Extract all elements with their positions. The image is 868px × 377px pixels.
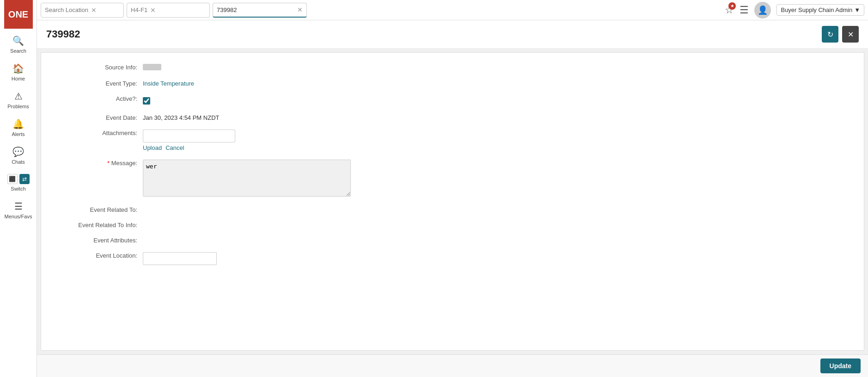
active-value: [143, 93, 429, 106]
menu-icon: ☰: [14, 201, 23, 212]
avatar: 👤: [754, 2, 771, 19]
message-value: wer: [143, 158, 429, 198]
event-type-label: Event Type:: [60, 78, 143, 87]
event-date-row: Event Date: Jan 30, 2023 4:54 PM NZDT: [60, 112, 429, 121]
content-body: Source Info: Event Type: Inside Temperat…: [41, 52, 864, 351]
active-checkbox[interactable]: [143, 97, 150, 105]
sidebar-item-menus[interactable]: ☰ Menus/Favs: [0, 196, 37, 224]
event-date-label: Event Date:: [60, 112, 143, 121]
source-info-label: Source Info:: [60, 62, 143, 71]
search-icon: 🔍: [12, 35, 24, 46]
upload-link[interactable]: Upload: [143, 144, 162, 151]
sidebar-item-search[interactable]: 🔍 Search: [0, 31, 37, 58]
sidebar-item-switch-label: Switch: [11, 186, 25, 192]
user-role-button[interactable]: Buyer Supply Chain Admin ▼: [776, 4, 864, 16]
message-row: Message: wer: [60, 158, 429, 198]
chat-icon: 💬: [12, 146, 24, 157]
sidebar-item-problems-label: Problems: [7, 104, 29, 109]
event-related-to-info-value: [143, 220, 429, 222]
dropdown-arrow-icon: ▼: [854, 6, 860, 13]
record-tab[interactable]: ✕: [213, 3, 307, 18]
cancel-link[interactable]: Cancel: [165, 144, 184, 151]
form-section: Source Info: Event Type: Inside Temperat…: [60, 62, 429, 265]
h4f1-tab[interactable]: H4-F1 ✕: [127, 3, 210, 18]
event-location-value: [143, 250, 429, 265]
sidebar: ONE 🔍 Search 🏠 Home ⚠ Problems 🔔 Alerts …: [0, 0, 37, 377]
bottom-bar: Update: [37, 354, 868, 377]
event-related-to-info-label: Event Related To Info:: [60, 220, 143, 229]
search-location-clear[interactable]: ✕: [91, 7, 97, 13]
message-textarea[interactable]: wer: [143, 160, 351, 197]
bell-icon: 🔔: [12, 118, 24, 130]
search-location-tab[interactable]: Search Location ✕: [41, 3, 124, 18]
event-location-label: Event Location:: [60, 250, 143, 259]
event-related-to-info-row: Event Related To Info:: [60, 220, 429, 229]
event-related-to-label: Event Related To:: [60, 204, 143, 213]
header-actions: ↻ ✕: [822, 26, 859, 43]
event-type-row: Event Type: Inside Temperature: [60, 78, 429, 87]
event-date-value: Jan 30, 2023 4:54 PM NZDT: [143, 112, 429, 121]
switch-icon-1: ⬛: [7, 174, 18, 184]
sidebar-item-search-label: Search: [10, 48, 26, 54]
content-header: 739982 ↻ ✕: [37, 20, 868, 49]
event-location-row: Event Location:: [60, 250, 429, 265]
attachments-row: Attachments: Upload Cancel: [60, 128, 429, 151]
sidebar-item-alerts-label: Alerts: [12, 131, 24, 137]
source-info-value: [143, 62, 429, 72]
event-related-to-row: Event Related To:: [60, 204, 429, 213]
source-info-placeholder: [143, 64, 161, 70]
user-role-label: Buyer Supply Chain Admin: [781, 6, 852, 13]
close-button[interactable]: ✕: [842, 26, 859, 43]
sidebar-item-alerts[interactable]: 🔔 Alerts: [0, 114, 37, 142]
event-type-link[interactable]: Inside Temperature: [143, 80, 194, 87]
switch-icons: ⬛ ⇄: [7, 174, 30, 184]
sidebar-item-switch[interactable]: ⬛ ⇄ Switch: [0, 169, 37, 196]
sidebar-item-home[interactable]: 🏠 Home: [0, 58, 37, 86]
search-location-label: Search Location: [45, 6, 88, 13]
sidebar-item-menus-label: Menus/Favs: [5, 214, 32, 219]
notification-badge: ★: [728, 2, 736, 10]
upload-links: Upload Cancel: [143, 144, 429, 151]
record-clear[interactable]: ✕: [297, 6, 303, 13]
active-row: Active?:: [60, 93, 429, 106]
app-logo: ONE: [4, 0, 33, 29]
event-attributes-value: [143, 235, 429, 237]
source-info-row: Source Info:: [60, 62, 429, 72]
event-attributes-label: Event Attributes:: [60, 235, 143, 244]
event-related-to-value: [143, 204, 429, 206]
topbar: Search Location ✕ H4-F1 ✕ ✕ ☆ ★ ☰ 👤 Buye…: [37, 0, 868, 20]
sidebar-item-problems[interactable]: ⚠ Problems: [0, 86, 37, 114]
refresh-button[interactable]: ↻: [822, 26, 838, 43]
event-attributes-row: Event Attributes:: [60, 235, 429, 244]
h4f1-clear[interactable]: ✕: [150, 7, 156, 13]
topbar-right: ☆ ★ ☰ 👤 Buyer Supply Chain Admin ▼: [725, 2, 864, 19]
active-label: Active?:: [60, 93, 143, 102]
attachments-label: Attachments:: [60, 128, 143, 136]
hamburger-button[interactable]: ☰: [740, 4, 749, 16]
attachments-value: Upload Cancel: [143, 128, 429, 151]
notification-bell[interactable]: ☆ ★: [725, 4, 734, 16]
update-button[interactable]: Update: [820, 358, 861, 373]
main-content: Search Location ✕ H4-F1 ✕ ✕ ☆ ★ ☰ 👤 Buye…: [37, 0, 868, 377]
sidebar-item-home-label: Home: [12, 76, 25, 81]
switch-icon-2: ⇄: [19, 174, 30, 184]
message-label: Message:: [60, 158, 143, 167]
sidebar-item-chats[interactable]: 💬 Chats: [0, 142, 37, 169]
page-title: 739982: [46, 28, 80, 40]
h4f1-label: H4-F1: [131, 6, 147, 13]
record-input[interactable]: [217, 6, 294, 13]
event-type-value: Inside Temperature: [143, 78, 429, 87]
home-icon: 🏠: [12, 63, 24, 74]
warning-icon: ⚠: [14, 91, 23, 102]
sidebar-item-chats-label: Chats: [12, 159, 25, 165]
event-location-input[interactable]: [143, 252, 217, 265]
attachments-input[interactable]: [143, 130, 235, 142]
